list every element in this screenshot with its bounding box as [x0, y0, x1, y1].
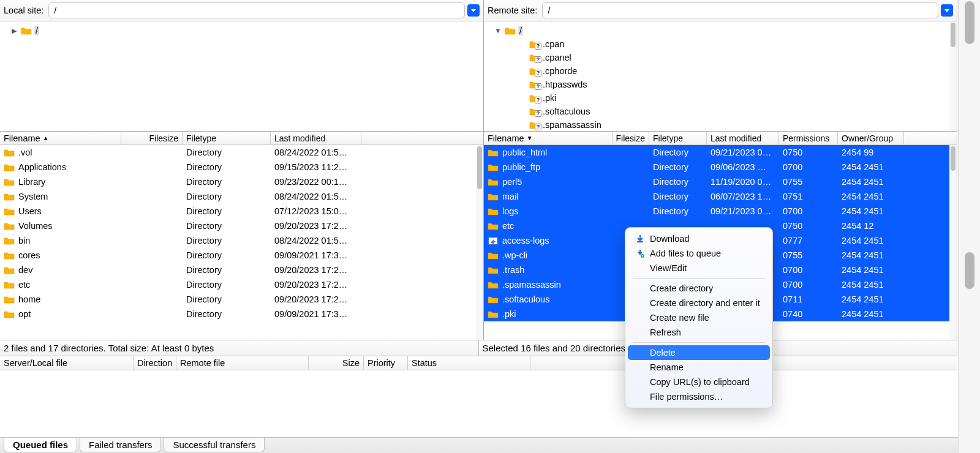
- qcol-server[interactable]: Server/Local file: [0, 356, 134, 370]
- remote-path-dropdown[interactable]: [941, 4, 953, 17]
- ctx-create-directory-enter[interactable]: Create directory and enter it: [628, 296, 770, 310]
- table-row[interactable]: perl5Directory11/19/2020 0…07552454 2451: [484, 174, 949, 189]
- table-row[interactable]: etcDirectory09/20/2023 17:2…: [0, 277, 476, 292]
- table-row[interactable]: coresDirectory09/09/2021 17:3…: [0, 248, 476, 263]
- folder-icon: [4, 310, 15, 318]
- file-name: .vol: [18, 148, 32, 157]
- table-row[interactable]: optDirectory09/09/2021 17:3…: [0, 307, 476, 321]
- remote-tree-item[interactable]: ?.softaculous: [489, 105, 957, 118]
- col-filename[interactable]: Filename▼: [484, 132, 612, 144]
- tree-item-label: .cphorde: [543, 66, 577, 76]
- table-row[interactable]: devDirectory09/20/2023 17:2…: [0, 263, 476, 277]
- table-row[interactable]: .volDirectory08/24/2022 01:5…: [0, 145, 476, 160]
- ctx-separator: [633, 278, 765, 279]
- remote-tree-root[interactable]: ▼/: [489, 24, 957, 37]
- disclosure-triangle-icon[interactable]: ▶: [10, 27, 18, 35]
- file-name: logs: [502, 206, 519, 216]
- table-row[interactable]: public_htmlDirectory09/21/2023 0…0750245…: [484, 145, 949, 160]
- add-to-queue-icon: [635, 249, 645, 258]
- table-row[interactable]: UsersDirectory07/12/2023 15:0…: [0, 204, 476, 219]
- qcol-direction[interactable]: Direction: [134, 356, 176, 370]
- folder-icon: [505, 26, 516, 35]
- col-filesize[interactable]: Filesize: [121, 132, 183, 144]
- col-filesize[interactable]: Filesize: [612, 132, 649, 144]
- local-path-dropdown[interactable]: [467, 4, 480, 17]
- download-icon: [635, 234, 645, 244]
- file-name: home: [18, 294, 40, 304]
- remote-tree-item[interactable]: ?.pki: [489, 91, 957, 105]
- qcol-size[interactable]: Size: [309, 356, 364, 370]
- local-path-input[interactable]: [48, 2, 465, 18]
- table-row[interactable]: binDirectory08/24/2022 01:5…: [0, 233, 476, 248]
- col-modified[interactable]: Last modified: [271, 132, 361, 144]
- local-tree-root[interactable]: ▶ /: [5, 24, 483, 37]
- table-row[interactable]: ApplicationsDirectory09/15/2023 11:2…: [0, 160, 476, 174]
- queue-columns[interactable]: Server/Local file Direction Remote file …: [0, 356, 957, 370]
- file-name: cores: [18, 250, 40, 260]
- table-row[interactable]: public_ftpDirectory09/06/2023 …07002454 …: [484, 160, 949, 174]
- qcol-remote[interactable]: Remote file: [176, 356, 309, 370]
- remote-site-label: Remote site:: [488, 6, 537, 15]
- col-filetype[interactable]: Filetype: [649, 132, 707, 144]
- folder-unknown-icon: ?: [529, 107, 540, 116]
- local-status: 2 files and 17 directories. Total size: …: [0, 340, 479, 356]
- col-modified[interactable]: Last modified: [707, 132, 779, 144]
- remote-path-input[interactable]: [542, 2, 938, 18]
- col-filetype[interactable]: Filetype: [183, 132, 271, 144]
- qcol-status[interactable]: Status: [408, 356, 530, 370]
- local-tree-root-label: /: [34, 26, 39, 36]
- remote-scrollbar[interactable]: [949, 145, 957, 340]
- file-permissions: 0711: [779, 294, 838, 304]
- table-row[interactable]: mailDirectory06/07/2023 1…07512454 2451: [484, 189, 949, 204]
- table-row[interactable]: SystemDirectory08/24/2022 01:5…: [0, 189, 476, 204]
- local-column-headers[interactable]: Filename▲ Filesize Filetype Last modifie…: [0, 132, 483, 145]
- col-owner[interactable]: Owner/Group: [838, 132, 904, 144]
- remote-tree-item[interactable]: ?.spamassassin: [489, 118, 957, 131]
- remote-tree[interactable]: ▼/?.cpan?.cpanel?.cphorde?.htpasswds?.pk…: [484, 21, 957, 132]
- remote-column-headers[interactable]: Filename▼ Filesize Filetype Last modifie…: [484, 132, 957, 145]
- ctx-create-file[interactable]: Create new file: [628, 310, 770, 325]
- remote-tree-scrollbar[interactable]: [949, 21, 957, 131]
- ctx-refresh[interactable]: Refresh: [628, 325, 770, 340]
- local-site-label: Local site:: [4, 6, 43, 15]
- remote-tree-item[interactable]: ?.cpan: [489, 37, 957, 51]
- file-permissions: 0700: [779, 206, 838, 216]
- local-file-list: Filename▲ Filesize Filetype Last modifie…: [0, 132, 483, 340]
- tree-item-label: .cpanel: [543, 53, 571, 62]
- file-name: etc: [18, 280, 30, 290]
- remote-tree-item[interactable]: ?.cphorde: [489, 64, 957, 78]
- table-row[interactable]: homeDirectory09/20/2023 17:2…: [0, 292, 476, 307]
- file-name: bin: [18, 236, 30, 245]
- table-row[interactable]: LibraryDirectory09/23/2022 00:1…: [0, 174, 476, 189]
- window-scrollbar[interactable]: [958, 0, 980, 453]
- ctx-download[interactable]: Download: [628, 231, 770, 246]
- remote-tree-item[interactable]: ?.cpanel: [489, 51, 957, 64]
- ctx-add-queue[interactable]: Add files to queue: [628, 246, 770, 261]
- disclosure-triangle-icon[interactable]: ▼: [494, 27, 502, 34]
- local-tree[interactable]: ▶ /: [0, 21, 483, 132]
- table-row[interactable]: VolumesDirectory09/20/2023 17:2…: [0, 219, 476, 233]
- tree-item-label: .spamassassin: [543, 120, 601, 130]
- remote-tree-item[interactable]: ?.htpasswds: [489, 78, 957, 91]
- col-filename[interactable]: Filename▲: [0, 132, 121, 144]
- folder-icon: [488, 163, 499, 171]
- tab-failed-transfers[interactable]: Failed transfers: [80, 438, 161, 452]
- file-type: Directory: [183, 162, 271, 172]
- tab-successful-transfers[interactable]: Successful transfers: [164, 438, 265, 452]
- file-permissions: 0700: [779, 265, 838, 275]
- local-scrollbar[interactable]: [476, 145, 483, 340]
- table-row[interactable]: logsDirectory09/21/2023 0…07002454 2451: [484, 204, 949, 219]
- tab-queued-files[interactable]: Queued files: [4, 438, 77, 452]
- ctx-copy-url[interactable]: Copy URL(s) to clipboard: [628, 375, 770, 389]
- ctx-file-permissions[interactable]: File permissions…: [628, 389, 770, 404]
- file-modified: 09/15/2023 11:2…: [271, 162, 361, 172]
- ctx-delete[interactable]: Delete: [628, 345, 770, 360]
- qcol-priority[interactable]: Priority: [364, 356, 408, 370]
- ctx-create-directory[interactable]: Create directory: [628, 281, 770, 296]
- folder-unknown-icon: ?: [529, 94, 540, 102]
- folder-unknown-icon: ?: [529, 40, 540, 48]
- remote-path-bar: Remote site:: [484, 0, 957, 21]
- file-permissions: 0751: [779, 192, 838, 201]
- col-permissions[interactable]: Permissions: [779, 132, 838, 144]
- tree-item-label: .htpasswds: [543, 80, 587, 89]
